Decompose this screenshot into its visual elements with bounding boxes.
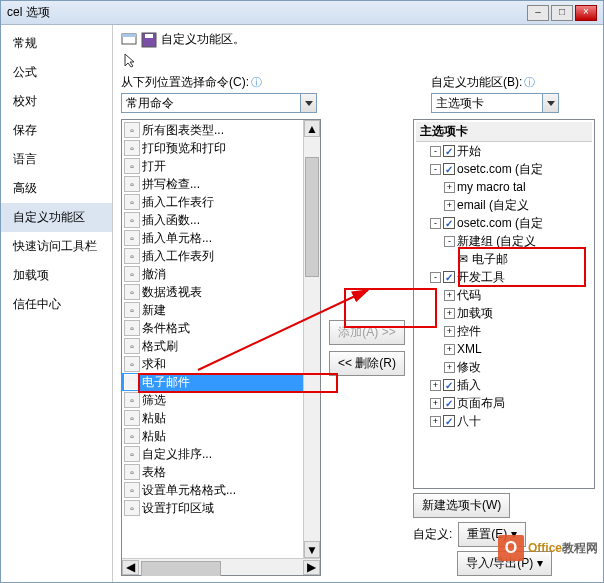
expander-icon[interactable]: + (444, 200, 455, 211)
command-item[interactable]: ▫格式刷 (122, 337, 303, 355)
checkbox[interactable] (443, 379, 455, 391)
command-item[interactable]: ▫条件格式 (122, 319, 303, 337)
chevron-down-icon[interactable] (542, 94, 558, 112)
scroll-down-icon[interactable]: ▼ (304, 541, 320, 558)
tree-node[interactable]: +my macro tal (416, 178, 592, 196)
nav-item-9[interactable]: 信任中心 (1, 290, 112, 319)
tree-node[interactable]: +XML (416, 340, 592, 358)
nav-item-4[interactable]: 语言 (1, 145, 112, 174)
expander-icon[interactable]: + (444, 182, 455, 193)
import-export-button[interactable]: 导入/导出(P) ▾ (457, 551, 552, 576)
command-item[interactable]: ▫表格 (122, 463, 303, 481)
command-item[interactable]: ▫电子邮件 (122, 373, 303, 391)
reset-button[interactable]: 重置(E) ▾ (458, 522, 525, 547)
scroll-left-icon[interactable]: ◀ (122, 560, 139, 575)
command-item[interactable]: ▫设置打印区域 (122, 499, 303, 517)
nav-item-1[interactable]: 公式 (1, 58, 112, 87)
add-button[interactable]: 添加(A) >> (329, 320, 404, 345)
tree-node[interactable]: +代码 (416, 286, 592, 304)
tree-label: XML (457, 342, 482, 356)
expander-icon[interactable]: + (444, 290, 455, 301)
command-label: 表格 (142, 464, 166, 481)
command-item[interactable]: ▫求和 (122, 355, 303, 373)
ribbon-tree[interactable]: 主选项卡 -开始-osetc.com (自定+my macro tal+emai… (413, 119, 595, 489)
tree-node[interactable]: -osetc.com (自定 (416, 214, 592, 232)
command-item[interactable]: ▫所有图表类型... (122, 121, 303, 139)
expander-icon[interactable]: + (444, 362, 455, 373)
expander-icon[interactable]: + (444, 308, 455, 319)
nav-item-2[interactable]: 校对 (1, 87, 112, 116)
expander-icon[interactable]: + (444, 326, 455, 337)
command-icon: ▫ (124, 446, 140, 462)
scroll-thumb[interactable] (141, 561, 221, 577)
tree-node[interactable]: +修改 (416, 358, 592, 376)
tree-label: 代码 (457, 287, 481, 304)
checkbox[interactable] (443, 145, 455, 157)
command-item[interactable]: ▫新建 (122, 301, 303, 319)
tree-node[interactable]: +控件 (416, 322, 592, 340)
expander-icon[interactable]: + (430, 380, 441, 391)
checkbox[interactable] (443, 397, 455, 409)
tree-node[interactable]: +加载项 (416, 304, 592, 322)
scrollbar-vertical[interactable]: ▲ ▼ (303, 120, 320, 558)
command-item[interactable]: ▫数据透视表 (122, 283, 303, 301)
category-nav: 常规公式校对保存语言高级自定义功能区快速访问工具栏加载项信任中心 (1, 25, 113, 582)
commands-listbox[interactable]: ▫所有图表类型...▫打印预览和打印▫打开▫拼写检查...▫插入工作表行▫插入函… (121, 119, 321, 576)
new-tab-button[interactable]: 新建选项卡(W) (413, 493, 510, 518)
tree-node[interactable]: +八十 (416, 412, 592, 430)
command-item[interactable]: ▫粘贴 (122, 427, 303, 445)
nav-item-0[interactable]: 常规 (1, 29, 112, 58)
tree-node[interactable]: -osetc.com (自定 (416, 160, 592, 178)
scroll-thumb[interactable] (305, 157, 319, 277)
tree-node[interactable]: +页面布局 (416, 394, 592, 412)
command-item[interactable]: ▫打印预览和打印 (122, 139, 303, 157)
minimize-button[interactable]: – (527, 5, 549, 21)
remove-button[interactable]: << 删除(R) (329, 351, 405, 376)
tree-node[interactable]: -开始 (416, 142, 592, 160)
nav-item-6[interactable]: 自定义功能区 (1, 203, 112, 232)
chevron-down-icon[interactable] (300, 94, 316, 112)
tree-node[interactable]: +email (自定义 (416, 196, 592, 214)
command-item[interactable]: ▫设置单元格格式... (122, 481, 303, 499)
command-item[interactable]: ▫插入函数... (122, 211, 303, 229)
command-item[interactable]: ▫插入工作表行 (122, 193, 303, 211)
command-item[interactable]: ▫拼写检查... (122, 175, 303, 193)
expander-icon[interactable]: - (430, 164, 441, 175)
command-item[interactable]: ▫撤消 (122, 265, 303, 283)
nav-item-5[interactable]: 高级 (1, 174, 112, 203)
nav-item-8[interactable]: 加载项 (1, 261, 112, 290)
close-button[interactable]: × (575, 5, 597, 21)
command-item[interactable]: ▫插入工作表列 (122, 247, 303, 265)
choose-commands-combo[interactable] (121, 93, 317, 113)
scroll-right-icon[interactable]: ▶ (303, 560, 320, 575)
command-item[interactable]: ▫筛选 (122, 391, 303, 409)
command-item[interactable]: ▫自定义排序... (122, 445, 303, 463)
scroll-up-icon[interactable]: ▲ (304, 120, 320, 137)
expander-icon[interactable]: + (430, 416, 441, 427)
customize-ribbon-combo[interactable] (431, 93, 559, 113)
expander-icon[interactable]: - (430, 218, 441, 229)
customize-ribbon-input[interactable] (431, 93, 559, 113)
expander-icon[interactable]: - (430, 146, 441, 157)
checkbox[interactable] (443, 415, 455, 427)
nav-item-3[interactable]: 保存 (1, 116, 112, 145)
tree-node[interactable]: ✉电子邮 (416, 250, 592, 268)
expander-icon[interactable]: + (430, 398, 441, 409)
command-item[interactable]: ▫打开 (122, 157, 303, 175)
command-item[interactable]: ▫插入单元格... (122, 229, 303, 247)
nav-item-7[interactable]: 快速访问工具栏 (1, 232, 112, 261)
tree-node[interactable]: -新建组 (自定义 (416, 232, 592, 250)
tree-node[interactable]: -开发工具 (416, 268, 592, 286)
expander-icon[interactable]: + (444, 344, 455, 355)
checkbox[interactable] (443, 271, 455, 283)
maximize-button[interactable]: □ (551, 5, 573, 21)
checkbox[interactable] (443, 163, 455, 175)
checkbox[interactable] (443, 217, 455, 229)
command-item[interactable]: ▫粘贴 (122, 409, 303, 427)
expander-icon[interactable]: - (444, 236, 455, 247)
scrollbar-horizontal[interactable]: ◀ ▶ (122, 558, 320, 575)
tree-node[interactable]: +插入 (416, 376, 592, 394)
expander-icon[interactable]: - (430, 272, 441, 283)
choose-commands-input[interactable] (121, 93, 317, 113)
tree-label: 电子邮 (472, 251, 508, 268)
